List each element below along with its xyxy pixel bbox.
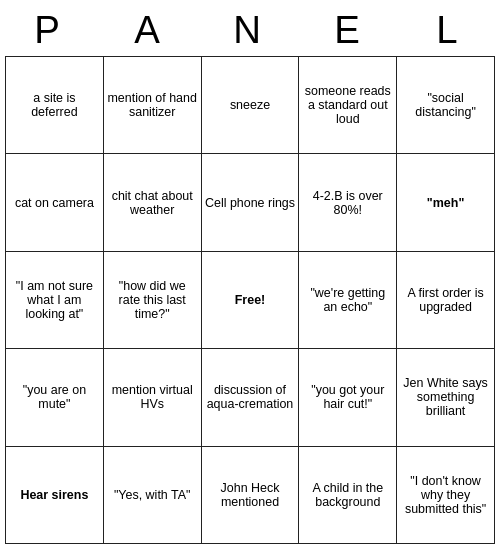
title-letter-l: L [400,8,500,52]
cell-r2-c4[interactable]: A first order is upgraded [397,251,495,348]
cell-r0-c4[interactable]: "social distancing" [397,57,495,154]
cell-r4-c4[interactable]: "I don't know why they submitted this" [397,446,495,543]
title-letter-e: E [300,8,400,52]
cell-r1-c3[interactable]: 4-2.B is over 80%! [299,154,397,251]
cell-r3-c2[interactable]: discussion of aqua-cremation [201,349,299,446]
cell-r2-c0[interactable]: "I am not sure what I am looking at" [6,251,104,348]
cell-r0-c2[interactable]: sneeze [201,57,299,154]
title-letter-n: N [200,8,300,52]
cell-r1-c4[interactable]: "meh" [397,154,495,251]
cell-r0-c1[interactable]: mention of hand sanitizer [103,57,201,154]
cell-r4-c3[interactable]: A child in the background [299,446,397,543]
cell-r2-c3[interactable]: "we're getting an echo" [299,251,397,348]
bingo-table: a site is deferredmention of hand saniti… [5,56,495,544]
bingo-title: P A N E L [0,0,500,56]
cell-r1-c0[interactable]: cat on camera [6,154,104,251]
cell-r0-c0[interactable]: a site is deferred [6,57,104,154]
cell-r3-c1[interactable]: mention virtual HVs [103,349,201,446]
cell-r2-c1[interactable]: "how did we rate this last time?" [103,251,201,348]
cell-r0-c3[interactable]: someone reads a standard out loud [299,57,397,154]
cell-r4-c2[interactable]: John Heck mentioned [201,446,299,543]
cell-r1-c1[interactable]: chit chat about weather [103,154,201,251]
cell-r4-c0[interactable]: Hear sirens [6,446,104,543]
title-letter-p: P [0,8,100,52]
cell-r2-c2[interactable]: Free! [201,251,299,348]
cell-r3-c4[interactable]: Jen White says something brilliant [397,349,495,446]
title-letter-a: A [100,8,200,52]
cell-r3-c3[interactable]: "you got your hair cut!" [299,349,397,446]
cell-r3-c0[interactable]: "you are on mute" [6,349,104,446]
cell-r1-c2[interactable]: Cell phone rings [201,154,299,251]
cell-r4-c1[interactable]: "Yes, with TA" [103,446,201,543]
